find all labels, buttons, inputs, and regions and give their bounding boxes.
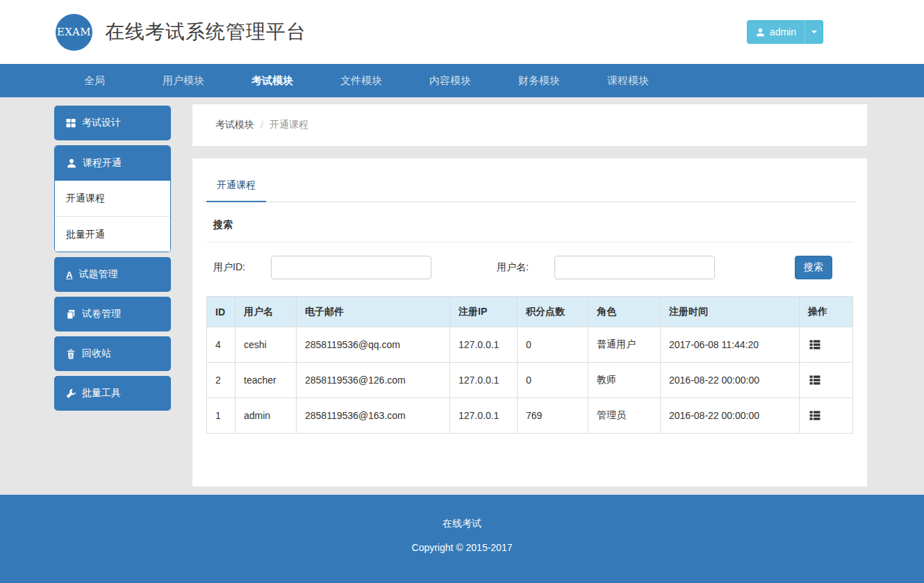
table-row: 4 ceshi 2858119536@qq.com 127.0.0.1 0 普通… [207, 327, 853, 363]
th-large-icon [66, 118, 76, 128]
page-title: 在线考试系统管理平台 [105, 19, 306, 45]
username-input[interactable] [554, 256, 715, 279]
footer-copyright: Copyright © 2015-2017 [0, 542, 924, 553]
table-header-row: ID 用户名 电子邮件 注册IP 积分点数 角色 注册时间 操作 [207, 297, 853, 327]
sidebar: 考试设计 课程开通 开通课程 批量开通 A 试题管理 [54, 104, 171, 416]
main-panel: 开通课程 搜索 用户ID: 用户名: 搜索 ID 用户名 [192, 158, 867, 486]
sidebar-label-course-open: 课程开通 [83, 157, 122, 170]
cell-id: 2 [207, 363, 236, 398]
cell-points: 769 [518, 398, 588, 434]
user-id-label: 用户ID: [213, 261, 245, 274]
search-section-title: 搜索 [206, 202, 853, 243]
cell-role: 普通用户 [588, 327, 661, 363]
sidebar-item-exam-design[interactable]: 考试设计 [54, 106, 171, 140]
row-actions-button[interactable] [808, 409, 822, 422]
sidebar-label-question-manage: 试题管理 [79, 268, 117, 281]
nav-item-global[interactable]: 全局 [50, 64, 139, 97]
tab-open-course[interactable]: 开通课程 [206, 171, 266, 202]
cell-email: 2858119536@qq.com [297, 327, 450, 363]
exam-logo: EXAM [56, 14, 92, 51]
breadcrumb-separator: / [261, 120, 263, 131]
nav-item-finance-module[interactable]: 财务模块 [495, 64, 584, 97]
th-list-icon [809, 375, 820, 386]
logo-text: EXAM [57, 26, 91, 38]
nav-item-user-module[interactable]: 用户模块 [139, 64, 228, 97]
cell-role: 教师 [588, 363, 661, 398]
col-header-role: 角色 [588, 297, 661, 327]
table-row: 1 admin 2858119536@163.com 127.0.0.1 769… [207, 398, 853, 434]
app-header: EXAM 在线考试系统管理平台 admin [0, 0, 924, 64]
nav-item-exam-module[interactable]: 考试模块 [228, 64, 317, 97]
tab-bar: 开通课程 [203, 171, 857, 202]
col-header-register-ip: 注册IP [450, 297, 518, 327]
cell-register-time: 2016-08-22 00:00:00 [661, 363, 800, 398]
sidebar-item-question-manage[interactable]: A 试题管理 [54, 257, 171, 292]
breadcrumb-item-open-course: 开通课程 [270, 119, 308, 131]
cell-username: teacher [236, 363, 297, 398]
sidebar-label-paper-manage: 试卷管理 [82, 308, 121, 320]
table-row: 2 teacher 2858119536@126.com 127.0.0.1 0… [207, 363, 853, 398]
sidebar-item-batch-tools[interactable]: 批量工具 [54, 376, 171, 411]
sidebar-subitem-batch-open[interactable]: 批量开通 [55, 216, 170, 252]
user-caret-button[interactable] [805, 20, 823, 44]
user-icon [67, 158, 76, 168]
sidebar-subitem-open-course[interactable]: 开通课程 [55, 181, 170, 216]
footer-site-name: 在线考试 [0, 518, 924, 530]
main-column: 考试模块 / 开通课程 开通课程 搜索 用户ID: 用户名: 搜索 [192, 104, 867, 486]
sidebar-item-paper-manage[interactable]: 试卷管理 [54, 297, 171, 331]
cell-points: 0 [518, 363, 588, 398]
breadcrumb-item-exam-module[interactable]: 考试模块 [215, 119, 254, 131]
cell-id: 1 [207, 398, 236, 434]
cell-email: 2858119536@126.com [297, 363, 450, 398]
copy-icon [66, 309, 76, 320]
wrench-icon [66, 388, 76, 399]
cell-register-time: 2017-06-08 11:44:20 [661, 327, 800, 363]
cell-username: admin [236, 398, 297, 434]
user-name-label: admin [770, 26, 796, 38]
nav-item-content-module[interactable]: 内容模块 [406, 64, 495, 97]
breadcrumb: 考试模块 / 开通课程 [192, 104, 867, 146]
cell-register-time: 2016-08-22 00:00:00 [661, 398, 800, 434]
col-header-username: 用户名 [236, 297, 297, 327]
cell-register-ip: 127.0.0.1 [450, 398, 518, 434]
sidebar-group-course-open: 课程开通 开通课程 批量开通 [54, 145, 171, 252]
cell-register-ip: 127.0.0.1 [450, 363, 518, 398]
search-form: 用户ID: 用户名: 搜索 [206, 243, 853, 296]
font-icon: A [66, 270, 72, 279]
user-button-main[interactable]: admin [747, 20, 805, 44]
row-actions-button[interactable] [808, 338, 822, 352]
col-header-email: 电子邮件 [297, 297, 450, 327]
top-navbar: 全局 用户模块 考试模块 文件模块 内容模块 财务模块 课程模块 [0, 64, 924, 97]
search-button[interactable]: 搜索 [795, 256, 832, 279]
col-header-id: ID [207, 297, 236, 327]
content-area: 考试设计 课程开通 开通课程 批量开通 A 试题管理 [0, 97, 924, 486]
user-dropdown-button[interactable]: admin [747, 20, 823, 44]
caret-down-icon [811, 31, 817, 33]
th-list-icon [809, 410, 820, 421]
cell-points: 0 [518, 327, 588, 363]
cell-email: 2858119536@163.com [297, 398, 450, 434]
sidebar-item-recycle-bin[interactable]: 回收站 [54, 336, 171, 371]
sidebar-label-recycle-bin: 回收站 [82, 347, 111, 360]
cell-role: 管理员 [588, 398, 661, 434]
col-header-points: 积分点数 [518, 297, 588, 327]
nav-item-file-module[interactable]: 文件模块 [317, 64, 406, 97]
trash-icon [66, 349, 76, 359]
users-table: ID 用户名 电子邮件 注册IP 积分点数 角色 注册时间 操作 4 ceshi [206, 296, 853, 434]
col-header-register-time: 注册时间 [661, 297, 800, 327]
row-actions-button[interactable] [808, 373, 822, 387]
cell-register-ip: 127.0.0.1 [450, 327, 518, 363]
col-header-actions: 操作 [800, 297, 853, 327]
page-footer: 在线考试 Copyright © 2015-2017 [0, 495, 924, 583]
user-id-input[interactable] [271, 256, 431, 279]
cell-username: ceshi [236, 327, 297, 363]
sidebar-label-batch-tools: 批量工具 [82, 387, 121, 400]
sidebar-item-course-open[interactable]: 课程开通 [55, 146, 170, 181]
user-icon [756, 28, 765, 37]
th-list-icon [809, 339, 820, 350]
nav-item-course-module[interactable]: 课程模块 [584, 64, 673, 97]
username-label: 用户名: [497, 261, 529, 274]
sidebar-label-exam-design: 考试设计 [82, 117, 121, 129]
cell-id: 4 [207, 327, 236, 363]
